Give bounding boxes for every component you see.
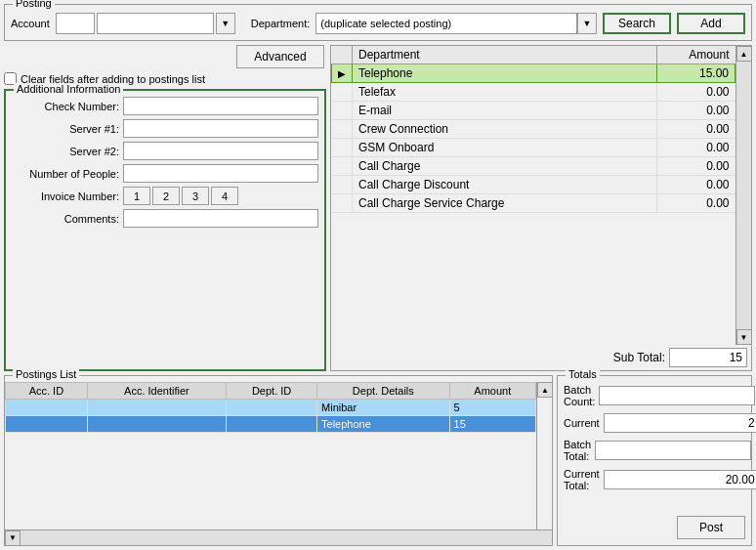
dept-id-header: Dept. ID (227, 383, 317, 400)
account-input-group: ▼ (56, 13, 235, 34)
comments-input[interactable] (123, 209, 318, 228)
table-row[interactable]: Call Charge Discount0.00 (332, 176, 735, 194)
invoice-label: Invoice Number: (12, 190, 119, 202)
scroll-down-btn[interactable]: ▼ (736, 329, 752, 345)
dept-cell[interactable]: Crew Connection (353, 120, 657, 139)
advanced-button[interactable]: Advanced (236, 45, 324, 68)
posting-title: Posting (13, 0, 55, 9)
dept-cell[interactable]: Telefax (353, 83, 657, 102)
postings-scroll-up[interactable]: ▲ (537, 382, 552, 398)
acc_id-cell (6, 400, 88, 416)
dept-cell[interactable]: Telephone (353, 64, 657, 83)
current-input[interactable] (604, 413, 756, 433)
dept-cell[interactable]: GSM Onboard (353, 139, 657, 157)
amount-cell: 15 (449, 416, 535, 433)
post-button[interactable]: Post (677, 516, 745, 539)
num-people-input[interactable] (123, 164, 318, 183)
amount-cell: 0.00 (657, 102, 735, 120)
postings-panel: Postings List Acc. ID Acc. Identifier De… (4, 375, 553, 546)
amount-cell: 0.00 (657, 194, 735, 213)
invoice-btn-3[interactable]: 3 (182, 187, 209, 205)
subtotal-input[interactable] (669, 348, 747, 367)
current-label: Current (564, 417, 600, 429)
batch-count-input[interactable] (599, 386, 755, 405)
amount-cell: 0.00 (657, 83, 735, 102)
account-dropdown-arrow[interactable]: ▼ (216, 13, 235, 34)
dept_id-cell (227, 416, 317, 433)
dept-select[interactable] (315, 13, 577, 34)
check-number-row: Check Number: (12, 97, 318, 115)
table-row[interactable]: Crew Connection0.00 (332, 120, 735, 139)
row-indicator (332, 102, 353, 120)
acc-identifier-header: Acc. Identifier (87, 383, 226, 400)
list-item[interactable]: Minibar5 (6, 400, 536, 416)
current-total-row: Current Total: (564, 468, 745, 491)
table-row[interactable]: Call Charge Service Charge0.00 (332, 194, 735, 213)
check-number-label: Check Number: (12, 101, 119, 112)
postings-bottom-scroll: ▼ (5, 529, 552, 545)
postings-scroll: Acc. ID Acc. Identifier Dept. ID Dept. D… (5, 382, 552, 529)
account-input-small[interactable] (56, 13, 95, 34)
acc-id-header: Acc. ID (6, 383, 88, 400)
batch-total-input[interactable] (595, 441, 751, 460)
batch-count-row: Batch Count: (564, 384, 745, 407)
server2-row: Server #2: (12, 142, 318, 160)
postings-scroll-down[interactable]: ▼ (5, 530, 21, 546)
comments-label: Comments: (12, 213, 119, 225)
table-row[interactable]: Call Charge0.00 (332, 157, 735, 176)
num-people-label: Number of People: (12, 168, 119, 180)
postings-table-wrap: Acc. ID Acc. Identifier Dept. ID Dept. D… (5, 382, 552, 545)
acc_identifier-cell (87, 416, 226, 433)
table-row[interactable]: ▶Telephone15.00 (332, 64, 735, 83)
invoice-btn-4[interactable]: 4 (211, 187, 238, 205)
dept_id-cell (227, 400, 317, 416)
row-indicator (332, 120, 353, 139)
dept-table-container: Department Amount ▶Telephone15.00Telefax… (330, 45, 752, 371)
batch-total-row: Batch Total: (564, 439, 745, 462)
subtotal-label: Sub Total: (613, 351, 665, 364)
current-total-label: Current Total: (564, 468, 600, 491)
table-row[interactable]: E-mail0.00 (332, 102, 735, 120)
additional-info-box: Additional Information Check Number: Ser… (4, 89, 326, 371)
dept-cell[interactable]: Call Charge Discount (353, 176, 657, 194)
server2-input[interactable] (123, 142, 318, 160)
scroll-up-btn[interactable]: ▲ (736, 46, 752, 62)
dept-cell[interactable]: Call Charge Service Charge (353, 194, 657, 213)
server1-label: Server #1: (12, 123, 119, 135)
table-row[interactable]: Telefax0.00 (332, 83, 735, 102)
amount-cell: 15.00 (657, 64, 735, 83)
additional-info-title: Additional Information (14, 83, 123, 95)
postings-scrollbar[interactable]: ▲ (536, 382, 552, 529)
invoice-btn-1[interactable]: 1 (123, 187, 150, 205)
add-button[interactable]: Add (677, 13, 745, 34)
dept-col-header: Department (353, 46, 657, 64)
totals-panel: Totals Batch Count: Current Batch Total:… (557, 375, 752, 546)
current-total-input[interactable] (604, 470, 756, 489)
totals-title: Totals (566, 368, 600, 380)
dept_details-cell: Telephone (317, 416, 450, 433)
invoice-btn-2[interactable]: 2 (152, 187, 180, 205)
dept-cell[interactable]: E-mail (353, 102, 657, 120)
dept-cell[interactable]: Call Charge (353, 157, 657, 176)
dept-dropdown-arrow[interactable]: ▼ (577, 13, 597, 34)
amount-cell: 5 (449, 400, 535, 416)
list-item[interactable]: Telephone15 (6, 416, 536, 433)
table-row[interactable]: GSM Onboard0.00 (332, 139, 735, 157)
batch-count-label: Batch Count: (564, 384, 595, 407)
check-number-input[interactable] (123, 97, 318, 115)
invoice-buttons: 1 2 3 4 (123, 187, 238, 205)
indicator-col-header (332, 46, 353, 64)
acc_id-cell (6, 416, 88, 433)
acc_identifier-cell (87, 400, 226, 416)
dept_details-cell: Minibar (317, 400, 450, 416)
invoice-row: Invoice Number: 1 2 3 4 (12, 187, 318, 205)
row-indicator (332, 176, 353, 194)
search-button[interactable]: Search (603, 13, 671, 34)
server1-row: Server #1: (12, 119, 318, 138)
postings-table: Acc. ID Acc. Identifier Dept. ID Dept. D… (5, 382, 536, 433)
account-input-main[interactable] (97, 13, 214, 34)
dept-table-scrollbar[interactable]: ▲ ▼ (735, 46, 751, 345)
batch-total-label: Batch Total: (564, 439, 591, 462)
server1-input[interactable] (123, 119, 318, 138)
row-indicator (332, 83, 353, 102)
